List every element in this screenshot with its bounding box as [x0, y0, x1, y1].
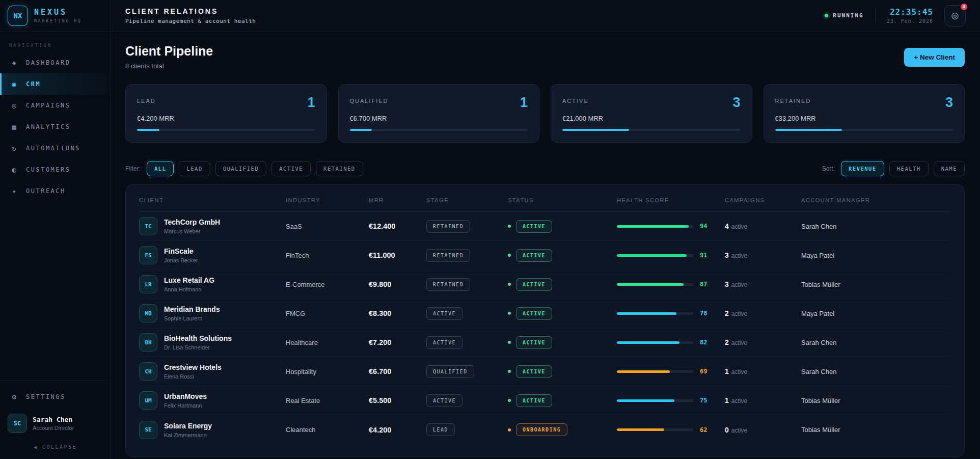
health-score-cell: 82 — [617, 339, 725, 346]
column-header-mrr: MRR — [369, 197, 426, 203]
sidebar-item-analytics[interactable]: ▦ANALYTICS — [0, 116, 111, 138]
brand-tagline: MARKETING HQ — [34, 19, 82, 23]
status-badge: ACTIVE — [516, 249, 552, 262]
stat-card-retained[interactable]: RETAINED3€33.200 MRR — [764, 84, 965, 143]
client-identity: UrbanMovesFelix Hartmann — [164, 392, 207, 409]
sidebar-item-crm[interactable]: ◉CRM — [0, 73, 111, 95]
sort-pill-health[interactable]: HEALTH — [889, 161, 929, 176]
table-row[interactable]: LRLuxe Retail AGAnna HofmannE-Commerce€9… — [139, 270, 951, 299]
campaigns-cell: 1active — [725, 396, 801, 405]
filter-pill-active[interactable]: ACTIVE — [271, 161, 311, 176]
client-identity: TechCorp GmbHMarcus Weber — [164, 218, 220, 234]
filter-pill-retained[interactable]: RETAINED — [316, 161, 363, 176]
filter-pill-all[interactable]: ALL — [147, 161, 174, 176]
user-profile[interactable]: SC Sarah Chen Account Director — [0, 408, 111, 438]
client-contact: Marcus Weber — [164, 228, 220, 234]
health-bar-track — [617, 312, 693, 315]
health-score-value: 69 — [700, 368, 707, 375]
new-client-button[interactable]: + New Client — [904, 48, 965, 67]
client-name: BioHealth Solutions — [164, 334, 232, 342]
brand-logo: NX — [8, 6, 28, 26]
health-score-value: 94 — [700, 223, 707, 230]
stage-badge: ACTIVE — [426, 394, 462, 407]
stage-cell: ACTIVE — [426, 307, 508, 320]
status-cell: ACTIVE — [508, 278, 617, 291]
customers-icon: ◐ — [11, 166, 19, 174]
client-identity: Solara EnergyKai Zimmermann — [164, 422, 212, 438]
stat-top: QUALIFIED1 — [350, 95, 528, 111]
stat-card-qualified[interactable]: QUALIFIED1€6.700 MRR — [338, 84, 540, 143]
client-contact: Felix Hartmann — [164, 402, 207, 409]
account-manager-cell: Sarah Chen — [801, 368, 951, 375]
client-avatar: BH — [139, 333, 157, 352]
health-bar-track — [617, 283, 693, 286]
sidebar-item-automations[interactable]: ↻AUTOMATIONS — [0, 138, 111, 159]
stage-cell: ACTIVE — [426, 394, 508, 407]
notifications-button[interactable]: ◎ 3 — [944, 5, 966, 26]
stage-cell: RETAINED — [426, 220, 508, 233]
client-name: Meridian Brands — [164, 305, 220, 313]
stat-mrr: €6.700 MRR — [350, 115, 528, 122]
client-cell: MBMeridian BrandsSophie Laurent — [139, 304, 286, 322]
table-row[interactable]: UMUrbanMovesFelix HartmannReal Estate€5.… — [139, 386, 951, 415]
stage-badge: RETAINED — [426, 278, 470, 291]
health-bar-track — [617, 341, 693, 344]
client-name: Crestview Hotels — [164, 363, 222, 371]
campaigns-count: 2 — [725, 309, 729, 317]
table-header: CLIENTINDUSTRYMRRSTAGESTATUSHEALTH SCORE… — [139, 187, 951, 212]
stage-badge: LEAD — [426, 423, 455, 436]
account-manager-cell: Tobias Müller — [801, 397, 951, 404]
settings-label: SETTINGS — [26, 393, 66, 400]
client-name: FinScale — [164, 247, 198, 255]
status-dot — [508, 283, 511, 286]
status-cell: ACTIVE — [508, 336, 617, 349]
table-row[interactable]: CHCrestview HotelsElena RossiHospitality… — [139, 357, 951, 386]
stat-count: 1 — [520, 95, 528, 111]
sidebar-item-campaigns[interactable]: ◎CAMPAIGNS — [0, 95, 111, 116]
stat-label: ACTIVE — [562, 95, 589, 104]
clock: 22:35:45 23. Feb. 2026 — [887, 7, 933, 24]
client-avatar: CH — [139, 362, 157, 381]
client-name: Luxe Retail AG — [164, 276, 214, 284]
campaigns-count: 0 — [725, 426, 729, 434]
stat-card-active[interactable]: ACTIVE3€21.000 MRR — [551, 84, 752, 143]
table-row[interactable]: SESolara EnergyKai ZimmermannCleantech€4… — [139, 415, 951, 444]
sort-pill-revenue[interactable]: REVENUE — [841, 161, 884, 176]
sidebar-item-label: AUTOMATIONS — [26, 145, 80, 152]
account-manager-cell: Maya Patel — [801, 252, 951, 259]
campaigns-count: 2 — [725, 338, 729, 346]
sidebar-item-outreach[interactable]: ✦OUTREACH — [0, 180, 111, 202]
health-score-cell: 87 — [617, 281, 725, 288]
campaigns-cell: 3active — [725, 251, 801, 260]
mrr-cell: €7.200 — [369, 338, 426, 346]
stat-count: 3 — [945, 95, 953, 111]
stat-top: RETAINED3 — [775, 95, 954, 111]
clock-time: 22:35:45 — [887, 7, 933, 17]
sidebar-item-dashboard[interactable]: ◈DASHBOARD — [0, 52, 111, 73]
stat-progress-track — [562, 129, 741, 131]
health-score-cell: 69 — [617, 368, 725, 375]
sort-pill-name[interactable]: NAME — [934, 161, 965, 176]
campaigns-suffix: active — [731, 310, 747, 317]
table-row[interactable]: FSFinScaleJonas BeckerFinTech€11.000RETA… — [139, 241, 951, 270]
campaigns-suffix: active — [731, 427, 747, 434]
notification-count-badge: 3 — [960, 3, 968, 11]
client-cell: UMUrbanMovesFelix Hartmann — [139, 391, 286, 410]
app-title: CLIENT RELATIONS — [125, 7, 256, 15]
stat-card-lead[interactable]: LEAD1€4.200 MRR — [125, 84, 327, 143]
table-row[interactable]: TCTechCorp GmbHMarcus WeberSaaS€12.400RE… — [139, 212, 951, 241]
collapse-button[interactable]: ◀ COLLAPSE — [0, 438, 111, 454]
sidebar-item-settings[interactable]: ⚙ SETTINGS — [0, 386, 111, 408]
industry-cell: FMCG — [286, 310, 369, 317]
sidebar-item-customers[interactable]: ◐CUSTOMERS — [0, 159, 111, 180]
table-row[interactable]: BHBioHealth SolutionsDr. Lisa SchneiderH… — [139, 328, 951, 357]
health-bar-fill — [617, 225, 689, 228]
column-header-client: CLIENT — [139, 197, 286, 203]
client-contact: Kai Zimmermann — [164, 432, 212, 438]
health-bar-fill — [617, 370, 670, 373]
filter-pill-qualified[interactable]: QUALIFIED — [215, 161, 266, 176]
table-row[interactable]: MBMeridian BrandsSophie LaurentFMCG€8.30… — [139, 299, 951, 328]
campaigns-cell: 2active — [725, 309, 801, 318]
filter-pill-lead[interactable]: LEAD — [179, 161, 210, 176]
health-score-value: 62 — [700, 426, 707, 434]
